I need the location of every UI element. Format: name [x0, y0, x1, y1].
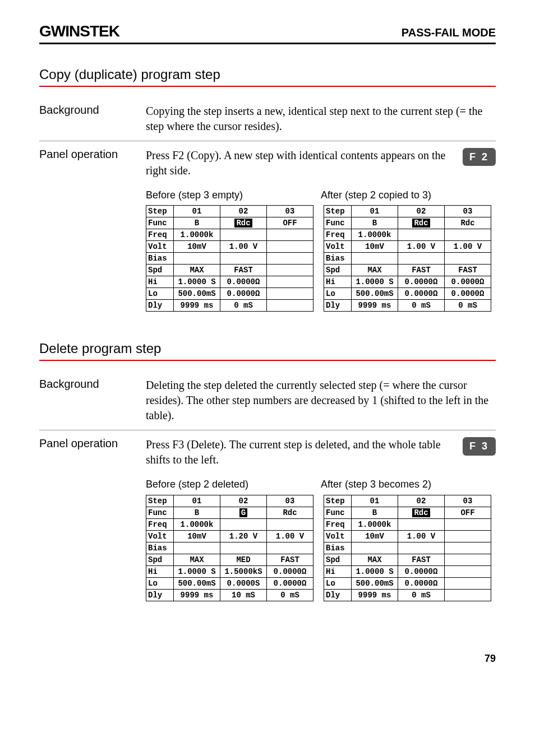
row-header: Lo	[146, 288, 174, 300]
cell: MED	[220, 554, 267, 565]
row-header: Lo	[146, 577, 174, 589]
cell: 0.0000Ω	[445, 288, 491, 300]
cell: 0 mS	[267, 589, 313, 601]
row-header: Freq	[146, 229, 174, 241]
row-header: Hi	[146, 565, 174, 577]
cell: 1.0000 S	[174, 565, 220, 577]
row-header: Hi	[146, 276, 174, 288]
col-header: 03	[445, 495, 491, 507]
cell: MAX	[174, 554, 220, 565]
row-header: Lo	[324, 577, 352, 589]
section-title-copy: Copy (duplicate) program step	[39, 67, 496, 87]
cell: 9999 ms	[352, 589, 398, 601]
label-panel-op: Panel operation	[39, 148, 135, 312]
cell: 1.0000 S	[352, 276, 398, 288]
cell-header: Step	[324, 495, 352, 507]
row-header: Dly	[146, 300, 174, 312]
cell: 0.0000Ω	[220, 276, 267, 288]
cell: 500.00mS	[352, 288, 398, 300]
cell	[267, 300, 313, 312]
cell: Rdc	[267, 507, 313, 518]
cell	[174, 542, 220, 554]
cell	[352, 542, 398, 554]
header-bar: GWINSTEK PASS-FAIL MODE	[39, 22, 496, 44]
cell	[267, 229, 313, 241]
caption-before-delete: Before (step 2 deleted)	[146, 477, 321, 491]
col-header: 01	[174, 495, 220, 507]
cell: 9999 ms	[352, 300, 398, 312]
keycap-f2: F 2	[463, 148, 496, 166]
cell	[267, 276, 313, 288]
row-header: Hi	[324, 565, 352, 577]
delete-background-row: Background Deleting the step deleted the…	[39, 371, 496, 430]
cell: Rdc	[220, 217, 267, 229]
col-header: 02	[398, 206, 445, 217]
col-header: 02	[220, 495, 267, 507]
cell: FAST	[398, 265, 445, 276]
label-panel-op-delete: Panel operation	[39, 437, 135, 601]
cell	[220, 518, 267, 530]
cell	[220, 253, 267, 265]
mode-title: PASS-FAIL MODE	[402, 26, 496, 39]
cell	[220, 229, 267, 241]
row-header: Func	[324, 507, 352, 518]
cell	[267, 288, 313, 300]
keycap-f3: F 3	[463, 437, 496, 455]
copy-background-row: Background Copying the step inserts a ne…	[39, 97, 496, 141]
row-header: Bias	[146, 253, 174, 265]
cell	[267, 542, 313, 554]
col-header: 02	[398, 495, 445, 507]
cell	[445, 253, 491, 265]
col-header: 01	[352, 495, 398, 507]
cell	[445, 554, 491, 565]
row-header: Bias	[324, 253, 352, 265]
cell	[445, 542, 491, 554]
cell: 1.00 V	[398, 530, 445, 542]
row-header: Dly	[146, 589, 174, 601]
cell: 1.5000kS	[220, 565, 267, 577]
cell: MAX	[352, 554, 398, 565]
col-header: 03	[267, 495, 313, 507]
cell	[398, 542, 445, 554]
page-number: 79	[39, 653, 496, 665]
col-header: 03	[267, 206, 313, 217]
cell: 0 mS	[398, 589, 445, 601]
cell	[445, 589, 491, 601]
cell: 1.0000 S	[352, 565, 398, 577]
cell: 1.0000k	[174, 229, 220, 241]
cell: MAX	[352, 265, 398, 276]
cell: OFF	[445, 507, 491, 518]
caption-after-delete: After (step 3 becomes 2)	[321, 477, 496, 491]
cell: FAST	[398, 554, 445, 565]
row-header: Bias	[324, 542, 352, 554]
cell: Rdc	[398, 507, 445, 518]
cell: 0.0000Ω	[267, 565, 313, 577]
cell: 1.00 V	[445, 241, 491, 253]
cell	[174, 253, 220, 265]
row-header: Volt	[324, 241, 352, 253]
cell	[445, 577, 491, 589]
cell: 500.00mS	[174, 288, 220, 300]
row-header: Lo	[324, 288, 352, 300]
cell: B	[352, 507, 398, 518]
row-header: Spd	[146, 554, 174, 565]
cell	[352, 253, 398, 265]
cell	[445, 229, 491, 241]
text-panel-op-delete: Press F3 (Delete). The current step is d…	[146, 438, 441, 466]
cell: FAST	[445, 265, 491, 276]
row-header: Func	[146, 217, 174, 229]
table-delete-after: Step010203FuncBRdcOFFFreq1.0000kVolt10mV…	[324, 495, 491, 601]
cell: 10mV	[352, 241, 398, 253]
row-header: Spd	[324, 554, 352, 565]
cell: 9999 ms	[174, 300, 220, 312]
cell-header: Step	[324, 206, 352, 217]
cell: 1.00 V	[398, 241, 445, 253]
caption-before-copy: Before (step 3 empty)	[146, 188, 321, 202]
cell	[267, 518, 313, 530]
cell	[267, 253, 313, 265]
cell: Rdc	[398, 217, 445, 229]
cell: 0.0000Ω	[220, 288, 267, 300]
cell: 0.0000Ω	[398, 565, 445, 577]
row-header: Hi	[324, 276, 352, 288]
cell	[398, 229, 445, 241]
